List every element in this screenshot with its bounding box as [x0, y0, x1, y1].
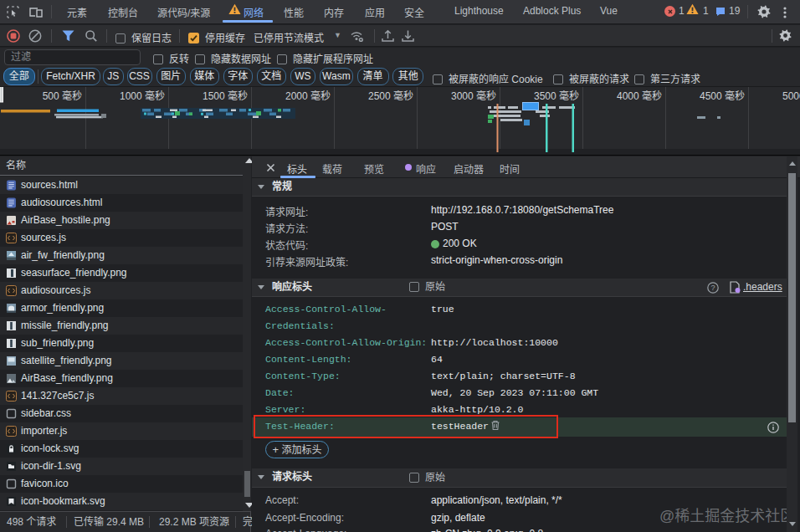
- svg-text:4000 毫秒: 4000 毫秒: [617, 90, 662, 102]
- svg-text:1000 毫秒: 1000 毫秒: [120, 90, 165, 102]
- svg-text:4500 毫秒: 4500 毫秒: [700, 90, 745, 102]
- svg-text:2000 毫秒: 2000 毫秒: [285, 90, 331, 102]
- svg-text:?: ?: [710, 284, 715, 292]
- svg-text:5000 毫秒: 5000 毫秒: [782, 90, 800, 102]
- svg-text:1500 毫秒: 1500 毫秒: [203, 90, 248, 102]
- svg-text:2500 毫秒: 2500 毫秒: [368, 90, 413, 102]
- svg-text:500 毫秒: 500 毫秒: [43, 90, 82, 102]
- svg-text:3500 毫秒: 3500 毫秒: [534, 90, 579, 102]
- svg-text:3000 毫秒: 3000 毫秒: [451, 90, 496, 102]
